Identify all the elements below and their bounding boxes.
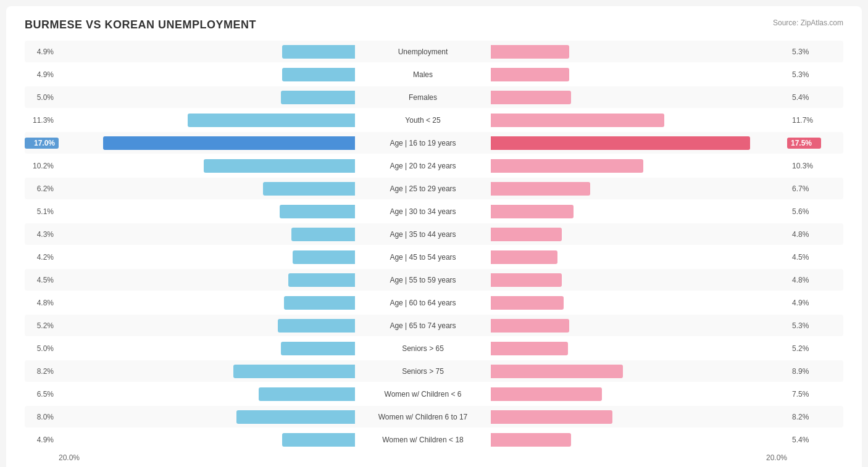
right-value: 8.9%: [787, 367, 821, 376]
right-bar-container: [491, 319, 787, 333]
row-label: Males: [355, 70, 491, 79]
left-value: 10.2%: [25, 162, 59, 170]
left-value: 8.2%: [25, 367, 59, 376]
chart-row: 6.2%Age | 25 to 29 years6.7%: [25, 178, 843, 199]
row-label: Age | 30 to 34 years: [355, 207, 491, 216]
right-bar-container: [491, 159, 787, 173]
left-value: 4.9%: [25, 70, 59, 79]
right-bar-container: [491, 68, 787, 81]
chart-header: BURMESE VS KOREAN UNEMPLOYMENT Source: Z…: [25, 19, 843, 31]
chart-container: BURMESE VS KOREAN UNEMPLOYMENT Source: Z…: [6, 6, 862, 467]
right-value: 5.3%: [787, 321, 821, 330]
left-bar-container: [59, 319, 355, 333]
right-value: 11.7%: [787, 116, 821, 125]
right-value: 5.4%: [787, 93, 821, 102]
right-value: 7.5%: [787, 390, 821, 399]
left-value: 5.2%: [25, 321, 59, 330]
right-bar: [491, 114, 664, 127]
chart-area: 4.9%Unemployment5.3%4.9%Males5.3%5.0%Fem…: [25, 41, 843, 450]
right-value: 5.2%: [787, 344, 821, 353]
row-label: Age | 16 to 19 years: [355, 139, 491, 147]
left-bar: [278, 319, 355, 333]
axis-row: 20.0% 20.0%: [25, 453, 843, 462]
row-label: Women w/ Children 6 to 17: [355, 413, 491, 421]
left-bar: [188, 114, 355, 127]
right-value: 5.3%: [787, 48, 821, 56]
right-bar: [491, 68, 569, 81]
right-bar-container: [491, 228, 787, 241]
left-bar: [282, 433, 355, 447]
right-bar: [491, 205, 574, 218]
chart-row: 6.5%Women w/ Children < 67.5%: [25, 383, 843, 405]
row-label: Age | 25 to 29 years: [355, 184, 491, 193]
left-bar: [259, 387, 355, 401]
chart-row: 4.9%Males5.3%: [25, 64, 843, 85]
chart-row: 4.9%Women w/ Children < 185.4%: [25, 429, 843, 450]
right-value: 5.6%: [787, 207, 821, 216]
right-value: 4.8%: [787, 276, 821, 284]
left-bar-container: [59, 205, 355, 218]
right-bar-container: [491, 342, 787, 355]
right-value: 17.5%: [787, 138, 821, 149]
left-value: 17.0%: [25, 138, 59, 149]
right-bar-container: [491, 205, 787, 218]
right-bar-container: [491, 365, 787, 378]
left-value: 5.0%: [25, 344, 59, 353]
left-bar-container: [59, 410, 355, 424]
axis-right-label-container: 20.0%: [491, 453, 787, 462]
right-bar: [491, 319, 569, 333]
right-bar: [491, 387, 602, 401]
left-value: 5.1%: [25, 207, 59, 216]
right-bar: [491, 136, 750, 150]
left-bar-container: [59, 250, 355, 264]
left-value: 6.2%: [25, 184, 59, 193]
chart-row: 8.0%Women w/ Children 6 to 178.2%: [25, 406, 843, 428]
left-bar: [282, 45, 355, 59]
right-bar: [491, 91, 571, 104]
row-label: Age | 45 to 54 years: [355, 253, 491, 262]
left-bar-container: [59, 228, 355, 241]
left-bar: [280, 205, 355, 218]
right-bar: [491, 410, 612, 424]
axis-left-value: 20.0%: [59, 453, 80, 462]
right-bar: [491, 365, 623, 378]
left-bar: [204, 159, 355, 173]
left-bar: [263, 182, 355, 196]
right-bar-container: [491, 136, 787, 150]
right-bar: [491, 159, 643, 173]
left-bar: [103, 136, 355, 150]
right-value: 6.7%: [787, 184, 821, 193]
left-value: 11.3%: [25, 116, 59, 125]
chart-row: 4.5%Age | 55 to 59 years4.8%: [25, 269, 843, 291]
chart-row: 5.0%Seniors > 655.2%: [25, 337, 843, 359]
left-value: 5.0%: [25, 93, 59, 102]
right-bar-container: [491, 387, 787, 401]
row-label: Seniors > 65: [355, 344, 491, 353]
row-label: Age | 35 to 44 years: [355, 230, 491, 239]
right-bar: [491, 182, 590, 196]
right-bar: [491, 273, 562, 287]
chart-row: 5.0%Females5.4%: [25, 86, 843, 108]
right-value: 5.3%: [787, 70, 821, 79]
axis-right-value: 20.0%: [766, 453, 787, 462]
left-bar-container: [59, 182, 355, 196]
right-bar: [491, 296, 564, 310]
chart-row: 8.2%Seniors > 758.9%: [25, 360, 843, 382]
right-bar-container: [491, 296, 787, 310]
left-bar: [281, 91, 355, 104]
right-value: 8.2%: [787, 413, 821, 421]
row-label: Seniors > 75: [355, 367, 491, 376]
chart-row: 4.9%Unemployment5.3%: [25, 41, 843, 62]
right-bar-container: [491, 91, 787, 104]
chart-row: 11.3%Youth < 2511.7%: [25, 109, 843, 131]
chart-row: 4.8%Age | 60 to 64 years4.9%: [25, 292, 843, 313]
right-bar: [491, 250, 557, 264]
left-value: 4.9%: [25, 436, 59, 444]
right-bar-container: [491, 250, 787, 264]
chart-row: 17.0%Age | 16 to 19 years17.5%: [25, 132, 843, 154]
left-bar: [293, 250, 355, 264]
left-bar: [288, 273, 355, 287]
left-bar: [282, 68, 355, 81]
row-label: Unemployment: [355, 48, 491, 56]
chart-title: BURMESE VS KOREAN UNEMPLOYMENT: [25, 19, 256, 31]
